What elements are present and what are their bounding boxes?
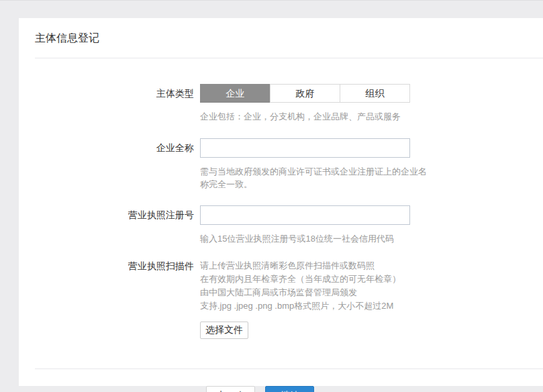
title-divider xyxy=(35,58,543,58)
footer-actions: 上一步 继续 xyxy=(35,386,543,392)
tab-enterprise[interactable]: 企业 xyxy=(200,84,270,103)
license-number-label: 营业执照注册号 xyxy=(35,205,200,225)
license-scan-content: 请上传营业执照清晰彩色原件扫描件或数码照 在有效期内且年检章齐全（当年成立的可无… xyxy=(200,259,422,339)
license-scan-helper-line: 由中国大陆工商局或市场监督管理局颁发 xyxy=(200,286,422,299)
license-number-helper: 输入15位营业执照注册号或18位统一社会信用代码 xyxy=(200,232,428,245)
registration-card: 主体信息登记 主体类型 企业 政府 组织 企业包括：企业，分支机构，企业品牌、产… xyxy=(19,18,543,386)
company-name-label: 企业全称 xyxy=(35,138,200,158)
license-scan-helper-line: 支持.jpg .jpeg .png .bmp格式照片，大小不超过2M xyxy=(200,299,422,313)
company-name-row: 企业全称 需与当地政府颁发的商业许可证书或企业注册证上的企业名称完全一致。 xyxy=(35,138,543,191)
license-scan-helper-line: 在有效期内且年检章齐全（当年成立的可无年检章） xyxy=(200,273,422,286)
company-name-content: 需与当地政府颁发的商业许可证书或企业注册证上的企业名称完全一致。 xyxy=(200,138,422,191)
license-number-content: 输入15位营业执照注册号或18位统一社会信用代码 xyxy=(200,205,422,245)
subject-type-content: 企业 政府 组织 企业包括：企业，分支机构，企业品牌、产品或服务 xyxy=(200,84,422,123)
license-scan-row: 营业执照扫描件 请上传营业执照清晰彩色原件扫描件或数码照 在有效期内且年检章齐全… xyxy=(35,259,543,339)
company-name-input[interactable] xyxy=(200,138,410,158)
tab-organization[interactable]: 组织 xyxy=(340,84,410,103)
license-scan-helper-line: 请上传营业执照清晰彩色原件扫描件或数码照 xyxy=(200,259,422,273)
subject-type-row: 主体类型 企业 政府 组织 企业包括：企业，分支机构，企业品牌、产品或服务 xyxy=(35,84,543,123)
page-title: 主体信息登记 xyxy=(35,33,543,44)
registration-page: 主体信息登记 主体类型 企业 政府 组织 企业包括：企业，分支机构，企业品牌、产… xyxy=(0,0,543,392)
subject-type-label: 主体类型 xyxy=(35,84,200,103)
subject-type-tab-group: 企业 政府 组织 xyxy=(200,84,410,103)
subject-info-form: 主体类型 企业 政府 组织 企业包括：企业，分支机构，企业品牌、产品或服务 企业… xyxy=(35,84,543,339)
tab-government[interactable]: 政府 xyxy=(270,84,340,103)
footer-divider xyxy=(35,369,543,369)
subject-type-helper: 企业包括：企业，分支机构，企业品牌、产品或服务 xyxy=(200,110,428,123)
license-number-input[interactable] xyxy=(200,205,410,225)
company-name-helper: 需与当地政府颁发的商业许可证书或企业注册证上的企业名称完全一致。 xyxy=(200,165,428,191)
choose-file-button[interactable]: 选择文件 xyxy=(200,322,248,339)
license-scan-label: 营业执照扫描件 xyxy=(35,259,200,273)
back-button[interactable]: 上一步 xyxy=(206,386,255,392)
continue-button[interactable]: 继续 xyxy=(265,386,314,392)
license-number-row: 营业执照注册号 输入15位营业执照注册号或18位统一社会信用代码 xyxy=(35,205,543,245)
